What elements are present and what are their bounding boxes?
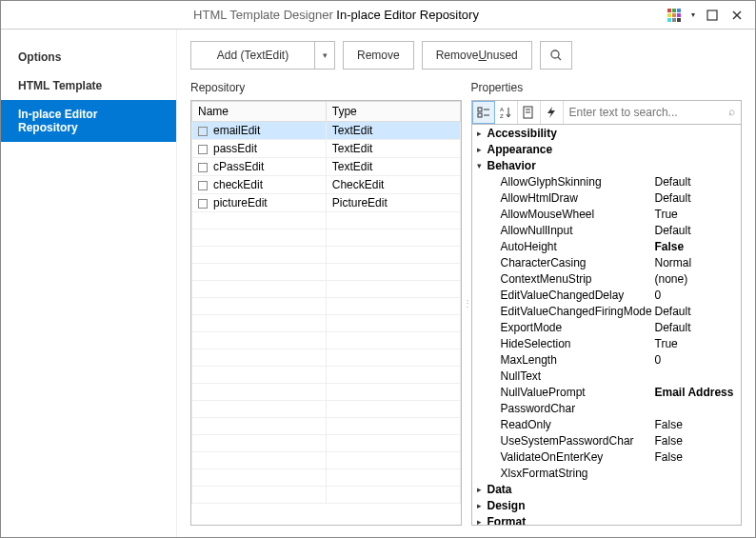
repo-row-empty[interactable] — [192, 229, 461, 247]
collapse-icon[interactable]: ▾ — [474, 161, 486, 170]
repo-row[interactable]: pictureEditPictureEdit — [192, 194, 461, 212]
prop-value[interactable]: Default — [651, 224, 740, 237]
repository-title: Repository — [190, 81, 462, 94]
prop-value[interactable]: Email Address — [651, 386, 740, 399]
property-grid[interactable]: ▸Accessibility▸Appearance▾BehaviorAllowG… — [471, 124, 743, 526]
close-button[interactable] — [726, 5, 747, 26]
remove-button[interactable]: Remove — [343, 41, 414, 70]
remove-unused-button[interactable]: Remove Unused — [422, 41, 532, 70]
expand-icon[interactable]: ▸ — [474, 129, 486, 138]
prop-value[interactable]: (none) — [651, 272, 740, 286]
expand-icon[interactable]: ▸ — [474, 517, 486, 527]
repo-row[interactable]: checkEditCheckEdit — [192, 176, 461, 194]
prop-value[interactable]: Default — [651, 191, 740, 205]
toolbar: Add (TextEdit) ▾ Remove Remove Unused — [190, 41, 742, 70]
property-search-input[interactable] — [564, 101, 742, 124]
repository-grid[interactable]: Name Type emailEditTextEditpassEditTextE… — [190, 100, 462, 526]
prop-value[interactable]: False — [651, 450, 740, 464]
prop-row[interactable]: UseSystemPasswordCharFalse — [472, 432, 742, 448]
prop-row[interactable]: AutoHeightFalse — [472, 238, 742, 254]
repo-row-empty[interactable] — [192, 247, 461, 264]
prop-row[interactable]: AllowGlyphSkinningDefault — [472, 173, 742, 189]
add-dropdown[interactable]: ▾ — [314, 41, 335, 70]
prop-value[interactable]: True — [651, 208, 740, 221]
prop-category[interactable]: ▸Accessibility — [472, 125, 742, 141]
events-button[interactable] — [541, 101, 564, 124]
prop-row[interactable]: PasswordChar — [472, 400, 742, 416]
repo-row-empty[interactable] — [192, 469, 461, 487]
prop-row[interactable]: AllowMouseWheelTrue — [472, 206, 742, 222]
prop-value[interactable]: False — [651, 418, 740, 431]
repo-col-type[interactable]: Type — [326, 102, 460, 122]
add-split-button: Add (TextEdit) ▾ — [190, 41, 335, 70]
prop-row[interactable]: HideSelectionTrue — [472, 335, 742, 351]
prop-row[interactable]: AllowNullInputDefault — [472, 222, 742, 238]
sidebar-item-in-place-editor-repository[interactable]: In-place Editor Repository — [1, 100, 176, 142]
color-picker-dropdown[interactable]: ▾ — [688, 5, 698, 26]
prop-value[interactable]: Default — [651, 321, 740, 334]
prop-row[interactable]: EditValueChangedFiringModeDefault — [472, 303, 742, 319]
repository-panel: Repository Name Type emailEditTextEditpa… — [190, 81, 462, 526]
repo-col-name[interactable]: Name — [192, 102, 327, 122]
prop-row[interactable]: NullText — [472, 368, 742, 384]
prop-row[interactable]: AllowHtmlDrawDefault — [472, 189, 742, 206]
prop-row[interactable]: MaxLength0 — [472, 351, 742, 368]
repo-row-empty[interactable] — [192, 332, 461, 349]
sidebar-item-options[interactable]: Options — [1, 43, 176, 71]
splitter[interactable]: ⋮ — [462, 81, 471, 526]
prop-value[interactable]: False — [651, 434, 740, 448]
prop-row[interactable]: ValidateOnEnterKeyFalse — [472, 448, 742, 465]
add-button[interactable]: Add (TextEdit) — [190, 41, 314, 70]
repo-row-empty[interactable] — [192, 384, 461, 401]
prop-value[interactable]: True — [651, 337, 740, 350]
prop-row[interactable]: NullValuePromptEmail Address — [472, 384, 742, 400]
categorize-button[interactable] — [472, 101, 495, 124]
repo-row-empty[interactable] — [192, 298, 461, 315]
expand-icon[interactable]: ▸ — [474, 145, 486, 154]
categorize-icon — [477, 106, 490, 119]
repo-row-empty[interactable] — [192, 349, 461, 367]
expand-icon[interactable]: ▸ — [474, 485, 486, 494]
color-picker-button[interactable] — [664, 5, 685, 26]
repo-row[interactable]: emailEditTextEdit — [192, 122, 461, 140]
repo-row-empty[interactable] — [192, 212, 461, 229]
prop-value[interactable]: 0 — [651, 289, 740, 302]
prop-row[interactable]: ContextMenuStrip(none) — [472, 270, 742, 287]
prop-row[interactable]: EditValueChangedDelay0 — [472, 287, 742, 303]
prop-category[interactable]: ▸Design — [472, 497, 742, 513]
prop-row[interactable]: ReadOnlyFalse — [472, 416, 742, 432]
repo-row-empty[interactable] — [192, 401, 461, 418]
prop-category[interactable]: ▸Appearance — [472, 141, 742, 157]
prop-row[interactable]: CharacterCasingNormal — [472, 254, 742, 270]
repo-row-empty[interactable] — [192, 264, 461, 281]
window-title: HTML Template Designer In-place Editor R… — [9, 8, 664, 22]
prop-row[interactable]: ExportModeDefault — [472, 319, 742, 335]
prop-name: EditValueChangedDelay — [499, 289, 651, 302]
prop-value[interactable]: Normal — [651, 256, 740, 269]
repo-row-empty[interactable] — [192, 487, 461, 504]
prop-value[interactable]: Default — [651, 175, 740, 189]
property-pages-button[interactable] — [518, 101, 541, 124]
repo-row-empty[interactable] — [192, 315, 461, 332]
alphabetical-button[interactable]: AZ — [495, 101, 518, 124]
search-button[interactable] — [540, 41, 572, 70]
prop-value[interactable]: False — [651, 240, 740, 253]
prop-category[interactable]: ▸Data — [472, 481, 742, 497]
repo-row-empty[interactable] — [192, 367, 461, 384]
prop-value[interactable]: Default — [651, 305, 740, 318]
repo-row-empty[interactable] — [192, 452, 461, 469]
repo-row-empty[interactable] — [192, 418, 461, 435]
maximize-button[interactable] — [702, 5, 723, 26]
repo-row[interactable]: cPassEditTextEdit — [192, 158, 461, 176]
prop-category[interactable]: ▸Format — [472, 513, 742, 526]
property-search: ⌕ — [564, 101, 742, 124]
prop-category[interactable]: ▾Behavior — [472, 157, 742, 173]
sidebar-item-html-template[interactable]: HTML Template — [1, 71, 176, 100]
prop-row[interactable]: XlsxFormatString — [472, 465, 742, 481]
prop-value[interactable]: 0 — [651, 353, 740, 367]
repo-row-empty[interactable] — [192, 435, 461, 452]
svg-text:A: A — [500, 107, 504, 112]
repo-row[interactable]: passEditTextEdit — [192, 140, 461, 158]
expand-icon[interactable]: ▸ — [474, 501, 486, 510]
repo-row-empty[interactable] — [192, 281, 461, 298]
